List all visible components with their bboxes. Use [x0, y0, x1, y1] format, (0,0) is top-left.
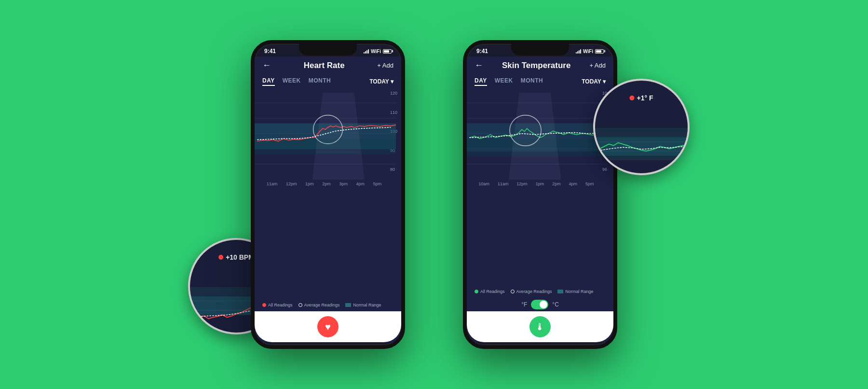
- thermometer-icon-button[interactable]: 🌡: [529, 316, 551, 337]
- bubble-dot-red-2: [629, 96, 634, 100]
- phone2-bottom-bar: 🌡: [467, 311, 613, 342]
- phone2-tabs: DAY WEEK MONTH: [475, 77, 543, 86]
- phone2-wrapper: 9:41 WiFi ←: [463, 40, 617, 349]
- phone1-tabs: DAY WEEK MONTH: [262, 77, 331, 86]
- celsius-label: °C: [552, 301, 558, 308]
- phone2-title: Skin Temperature: [502, 61, 570, 70]
- phone1-time: 9:41: [264, 48, 276, 55]
- tab-day-1[interactable]: DAY: [262, 77, 275, 86]
- temp-toggle[interactable]: [531, 300, 548, 309]
- legend-red-dot: [262, 303, 266, 307]
- battery-icon-2: [595, 49, 604, 54]
- phone1-time-labels: 11am 12pm 1pm 2pm 3pm 4pm 5pm: [255, 180, 401, 188]
- skin-temp-zoom-bubble: +1° F: [593, 79, 690, 175]
- phone1-notch: [299, 44, 357, 56]
- legend-teal-rect: [345, 303, 351, 307]
- tab-week-2[interactable]: WEEK: [495, 77, 513, 86]
- phone1: 9:41 WiFi ←: [251, 40, 405, 349]
- legend-average-readings: Average Readings: [298, 303, 340, 307]
- legend-average-readings-2: Average Readings: [511, 289, 552, 294]
- phone1-legend: All Readings Average Readings Normal Ran…: [255, 299, 401, 311]
- phone2-notch: [511, 44, 569, 56]
- phone2: 9:41 WiFi ←: [463, 40, 617, 349]
- phone1-chart-area: 120 110 100 90 80: [255, 89, 401, 299]
- phone1-chart-svg-wrapper: [255, 93, 401, 180]
- zoom-label: +10 BPM: [218, 253, 254, 261]
- svg-rect-23: [595, 137, 688, 155]
- phone1-chart-svg: [255, 93, 401, 180]
- legend-normal-range-2: Normal Range: [557, 289, 593, 294]
- phone2-chart-svg: [467, 93, 613, 180]
- phone1-status-icons: WiFi: [364, 49, 392, 54]
- zoom-label-2: +1° F: [629, 94, 653, 102]
- svg-marker-11: [312, 93, 365, 180]
- today-button-1[interactable]: TODAY ▾: [369, 78, 393, 85]
- legend-all-readings: All Readings: [262, 303, 293, 307]
- phone2-add-button[interactable]: + Add: [589, 62, 606, 69]
- phone2-header: ← Skin Temperature + Add: [467, 56, 613, 74]
- phone1-back-button[interactable]: ←: [262, 60, 271, 70]
- phone1-app-content: ← Heart Rate + Add DAY WEEK MONTH TODAY …: [255, 56, 401, 342]
- today-button-2[interactable]: TODAY ▾: [582, 78, 606, 85]
- legend-teal-rect-2: [557, 290, 563, 293]
- legend-white-dot: [298, 303, 302, 307]
- phone2-legend: All Readings Average Readings Normal Ran…: [467, 285, 613, 298]
- phone2-chart-svg-wrapper: [467, 93, 613, 180]
- signal-icon: [364, 49, 369, 54]
- battery-icon: [383, 49, 392, 54]
- tab-week-1[interactable]: WEEK: [283, 77, 301, 86]
- tab-month-1[interactable]: MONTH: [309, 77, 331, 86]
- wifi-icon-2: WiFi: [583, 49, 593, 54]
- legend-white-dot-2: [511, 290, 515, 293]
- legend-all-readings-2: All Readings: [475, 289, 505, 294]
- phone1-bottom-bar: ♥: [255, 311, 401, 342]
- legend-normal-range: Normal Range: [345, 303, 381, 307]
- phone2-chart-area: 104 102 100 98 96: [467, 89, 613, 285]
- phone1-header: ← Heart Rate + Add: [255, 56, 401, 74]
- phone2-time: 9:41: [476, 48, 488, 55]
- zoom-chart-svg-2: [595, 105, 688, 175]
- bubble-dot-red: [218, 255, 223, 260]
- svg-marker-20: [509, 93, 561, 180]
- phone2-tabs-row: DAY WEEK MONTH TODAY ▾: [467, 74, 613, 89]
- legend-green-dot: [475, 290, 478, 293]
- heart-icon-button[interactable]: ♥: [317, 316, 339, 337]
- phone1-title: Heart Rate: [304, 61, 345, 70]
- tab-month-2[interactable]: MONTH: [521, 77, 543, 86]
- fahrenheit-label: °F: [521, 301, 527, 308]
- wifi-icon: WiFi: [371, 49, 381, 54]
- phones-container: +10 BPM 9:41: [251, 40, 617, 349]
- phone1-add-button[interactable]: + Add: [377, 62, 393, 69]
- temp-toggle-row: °F °C: [467, 298, 613, 311]
- tab-day-2[interactable]: DAY: [475, 77, 487, 86]
- signal-icon-2: [576, 49, 581, 54]
- phone2-status-icons: WiFi: [576, 49, 604, 54]
- phone1-tabs-row: DAY WEEK MONTH TODAY ▾: [255, 74, 401, 89]
- phone2-back-button[interactable]: ←: [475, 60, 483, 70]
- phone2-time-labels: 10am 11am 12pm 1pm 2pm 4pm 5pm: [467, 180, 613, 188]
- phone1-wrapper: +10 BPM 9:41: [251, 40, 405, 349]
- phone2-app-content: ← Skin Temperature + Add DAY WEEK MONTH …: [467, 56, 613, 342]
